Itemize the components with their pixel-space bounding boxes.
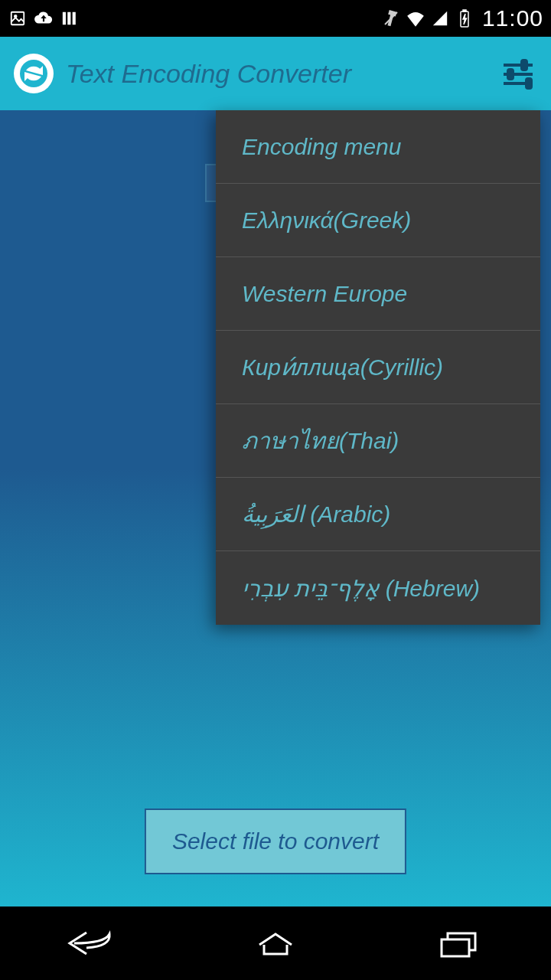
status-time: 11:00 [482, 5, 543, 31]
navigation-bar [0, 906, 551, 980]
select-file-button[interactable]: Select file to convert [145, 808, 406, 874]
nav-back-button[interactable] [57, 924, 126, 962]
vibrate-icon [381, 8, 401, 28]
menu-item-greek[interactable]: Ελληνικά(Greek) [216, 184, 540, 257]
svg-rect-15 [442, 939, 469, 956]
svg-rect-4 [73, 12, 76, 25]
encoding-menu: Encoding menu Ελληνικά(Greek) Western Eu… [216, 110, 540, 625]
svg-point-8 [20, 60, 47, 87]
svg-rect-3 [67, 12, 70, 25]
cloud-upload-icon [34, 8, 54, 28]
menu-item-arabic[interactable]: العَرَبِيةُ (Arabic) [216, 478, 540, 551]
menu-item-encoding[interactable]: Encoding menu [216, 110, 540, 184]
bars-icon [60, 8, 80, 28]
battery-charging-icon [455, 8, 474, 28]
gallery-icon [8, 8, 28, 28]
nav-recent-button[interactable] [425, 924, 494, 962]
svg-rect-13 [508, 70, 513, 79]
svg-rect-2 [63, 12, 66, 25]
app-bar: Text Encoding Converter [0, 37, 551, 110]
status-bar: 11:00 [0, 0, 551, 37]
svg-rect-0 [11, 12, 24, 25]
settings-sliders-icon[interactable] [499, 54, 537, 93]
svg-rect-14 [527, 79, 531, 88]
main-content: UTF-8 -> A Selected ISO-8859 Encoding me… [0, 110, 551, 906]
app-title: Text Encoding Converter [66, 59, 351, 89]
menu-item-cyrillic[interactable]: Кири́ллица(Cyrillic) [216, 331, 540, 404]
menu-item-western-europe[interactable]: Western Europe [216, 257, 540, 331]
nav-home-button[interactable] [241, 924, 310, 962]
app-logo-icon [14, 54, 54, 93]
menu-item-hebrew[interactable]: אָלֶף־בֵּית עִבְרִי (Hebrew) [216, 551, 540, 625]
svg-rect-12 [522, 60, 527, 70]
svg-rect-7 [463, 10, 466, 11]
signal-icon [430, 8, 450, 28]
wifi-icon [406, 8, 425, 28]
menu-item-thai[interactable]: ภาษาไทย(Thai) [216, 404, 540, 478]
